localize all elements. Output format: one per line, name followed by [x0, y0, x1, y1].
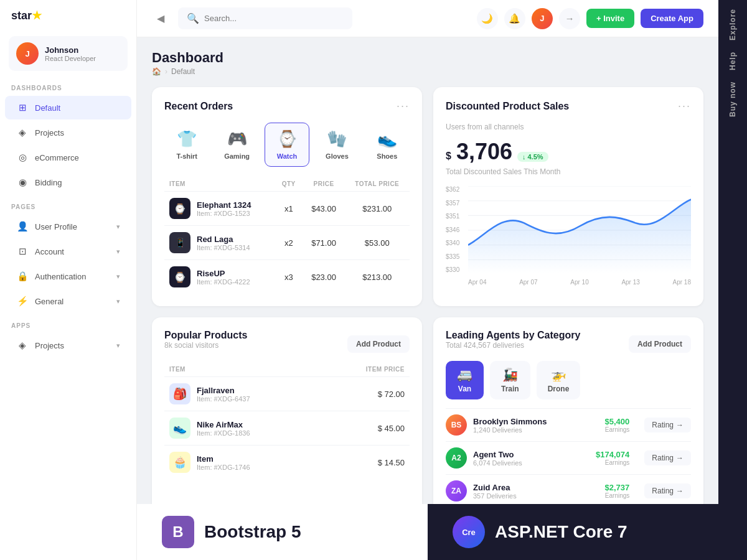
sidebar-item-label: Account	[35, 247, 64, 256]
promo-aspnet: Cre ASP.NET Core 7	[428, 504, 718, 560]
agent-stats: $174,074 Earnings Rating →	[596, 450, 691, 466]
col-qty: QTY	[275, 177, 303, 192]
x-label: Apr 18	[673, 279, 691, 286]
card-menu-button[interactable]: ···	[397, 100, 410, 113]
van-icon: 🚐	[457, 367, 472, 382]
table-row: 📱 Red Laga Item: #XDG-5314 x2 $71.00	[164, 226, 410, 260]
card-title: Recent Orders	[164, 101, 233, 112]
agent-row: BS Brooklyn Simmons 1,240 Deliveries $5,…	[446, 408, 691, 441]
cat-tab-tshirt[interactable]: 👕 T-shirt	[164, 123, 209, 167]
notifications-button[interactable]: 🔔	[504, 8, 525, 29]
agent-deliveries: 6,074 Deliveries	[473, 459, 522, 467]
col-item: ITEM	[164, 177, 275, 192]
sidebar-item-bidding[interactable]: ◉ Bidding	[5, 170, 131, 194]
agent-stats: $2,737 Earnings Rating →	[605, 483, 691, 499]
search-box[interactable]: 🔍	[178, 7, 352, 29]
invite-button[interactable]: + Invite	[586, 9, 634, 28]
sales-chart: $362 $357 $351 $346 $340 $335 $330	[446, 186, 691, 286]
collapse-sidebar-button[interactable]: ◀	[152, 10, 169, 27]
item-thumbnail: 📱	[169, 232, 190, 253]
bidding-icon: ◉	[16, 176, 29, 189]
search-icon: 🔍	[187, 12, 199, 24]
cat-label: Gloves	[326, 152, 349, 160]
sidebar-item-projects-app[interactable]: ◈ Projects ▾	[5, 334, 131, 357]
chevron-down-icon: ▾	[116, 297, 120, 306]
sidebar-item-user-profile[interactable]: 👤 User Profile ▾	[5, 215, 131, 238]
logo: star★	[0, 0, 136, 31]
y-label: $340	[446, 240, 459, 246]
rating-button[interactable]: Rating →	[644, 450, 691, 465]
topbar: ◀ 🔍 🌙 🔔 J → + Invite Create App	[137, 0, 718, 37]
item-name: RiseUP	[197, 269, 250, 278]
agent-info: Agent Two 6,074 Deliveries	[473, 450, 522, 467]
item-name: Fjallraven	[197, 386, 250, 395]
buy-now-label[interactable]: Buy now	[728, 82, 737, 117]
category-tabs: 👕 T-shirt 🎮 Gaming ⌚ Watch 🧤	[164, 123, 410, 167]
cat-tab-watch[interactable]: ⌚ Watch	[265, 123, 309, 167]
user-card[interactable]: J Johnson React Developer	[9, 36, 128, 71]
card-header: Recent Orders ···	[164, 100, 410, 113]
gloves-icon: 🧤	[327, 129, 347, 149]
sidebar-item-general[interactable]: ⚡ General ▾	[5, 289, 131, 313]
sidebar-item-default[interactable]: ⊞ Default	[5, 96, 131, 119]
theme-toggle-button[interactable]: 🌙	[477, 8, 498, 29]
x-label: Apr 10	[570, 279, 588, 286]
x-label: Apr 07	[519, 279, 537, 286]
card-menu-button[interactable]: ···	[678, 100, 691, 113]
create-app-button[interactable]: Create App	[641, 9, 703, 28]
search-input[interactable]	[204, 14, 344, 23]
pp-title-area: Popular Products 8k social visitors	[164, 330, 247, 358]
chevron-down-icon: ▾	[116, 342, 120, 350]
item-qty: x1	[275, 192, 303, 226]
agent-tab-van[interactable]: 🚐 Van	[446, 361, 484, 399]
home-icon: 🏠	[152, 67, 161, 76]
user-profile-icon: 👤	[16, 220, 29, 233]
grid-icon: ⊞	[16, 101, 29, 114]
chart-y-labels: $362 $357 $351 $346 $340 $335 $330	[446, 186, 459, 273]
earnings-value: $2,737	[605, 483, 630, 492]
agent-row: A2 Agent Two 6,074 Deliveries $174,074 E…	[446, 441, 691, 474]
page-header: Dashboard 🏠 › Default	[152, 50, 703, 76]
table-row: 👟 Nike AirMax Item: #XDG-1836 $ 45.00	[164, 411, 410, 446]
item-price: $ 14.50	[324, 446, 410, 480]
bottom-grid: Popular Products 8k social visitors Add …	[152, 317, 703, 520]
cat-label: Shoes	[377, 152, 397, 160]
rating-button[interactable]: Rating →	[644, 418, 691, 432]
item-price: $ 72.00	[324, 377, 410, 411]
cat-tab-gaming[interactable]: 🎮 Gaming	[214, 123, 259, 167]
agent-avatar: ZA	[446, 480, 467, 502]
sidebar-item-projects[interactable]: ◈ Projects	[5, 121, 131, 144]
discounted-sales-card: Discounted Product Sales ··· Users from …	[433, 87, 703, 306]
col-price: PRICE	[303, 177, 345, 192]
explore-label[interactable]: Explore	[728, 9, 737, 40]
add-product-button[interactable]: Add Product	[347, 335, 410, 353]
item-id: Item: #XDG-1836	[197, 429, 250, 437]
aspnet-icon: Cre	[453, 516, 485, 548]
topbar-avatar[interactable]: J	[532, 8, 553, 29]
help-label[interactable]: Help	[728, 52, 737, 70]
sidebar-item-authentication[interactable]: 🔒 Authentication ▾	[5, 264, 131, 288]
cat-tab-shoes[interactable]: 👟 Shoes	[365, 123, 410, 167]
sidebar-item-ecommerce[interactable]: ◎ eCommerce	[5, 146, 131, 169]
col-price: ITEM PRICE	[324, 362, 410, 377]
rating-button[interactable]: Rating →	[644, 483, 691, 498]
add-agent-product-button[interactable]: Add Product	[629, 335, 691, 353]
bootstrap-label: Bootstrap 5	[204, 522, 301, 542]
item-cell: 🧁 Item Item: #XDG-1746	[169, 452, 319, 473]
earnings-block: $2,737 Earnings	[605, 483, 630, 499]
agent-deliveries: 1,240 Deliveries	[473, 426, 547, 434]
right-panel: Explore Help Buy now	[718, 0, 747, 560]
agent-tab-drone[interactable]: 🚁 Drone	[537, 361, 581, 399]
sidebar-item-account[interactable]: ⊡ Account ▾	[5, 240, 131, 263]
auth-icon: 🔒	[16, 270, 29, 282]
recent-orders-card: Recent Orders ··· 👕 T-shirt 🎮 Gaming	[152, 87, 422, 306]
pp-header: Popular Products 8k social visitors Add …	[164, 330, 410, 358]
bootstrap-icon: B	[162, 516, 194, 548]
cat-tab-gloves[interactable]: 🧤 Gloves	[314, 123, 359, 167]
arrow-right-icon[interactable]: →	[559, 8, 580, 29]
agent-deliveries: 357 Deliveries	[473, 492, 517, 500]
item-thumbnail: 👟	[169, 418, 190, 439]
item-cell: 📱 Red Laga Item: #XDG-5314	[169, 232, 270, 253]
projects-icon: ◈	[16, 126, 29, 139]
agent-tab-train[interactable]: 🚂 Train	[490, 361, 530, 399]
